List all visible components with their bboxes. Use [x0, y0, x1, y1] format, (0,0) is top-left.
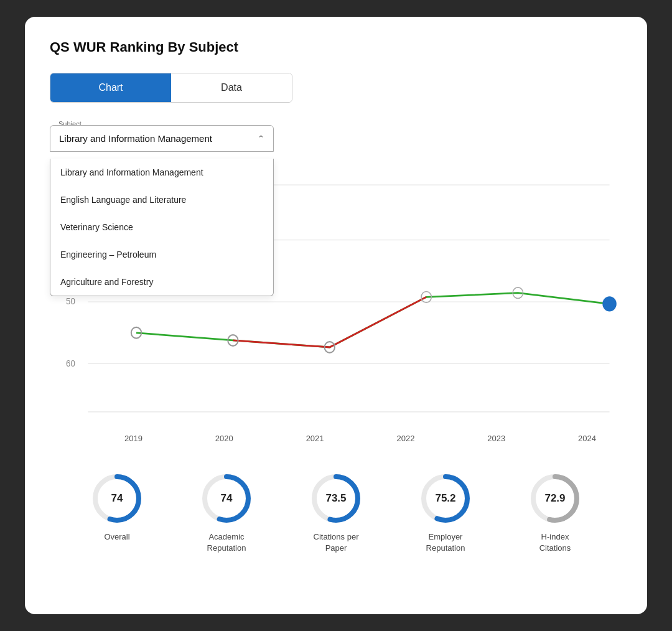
dropdown-list: Library and Information Management Engli…: [50, 159, 274, 296]
metric-hindex: 72.9 H-indexCitations: [527, 470, 583, 554]
metric-employer-label: EmployerReputation: [426, 531, 465, 554]
tab-data[interactable]: Data: [171, 73, 292, 102]
metrics-row: 74 Overall 74 AcademicReputation: [50, 470, 622, 554]
x-label-2024: 2024: [578, 434, 596, 443]
x-label-2021: 2021: [306, 434, 324, 443]
metric-citations: 73.5 Citations perPaper: [308, 470, 364, 554]
chevron-up-icon: ⌃: [258, 134, 264, 143]
metric-citations-value: 73.5: [325, 492, 346, 505]
metric-employer-value: 75.2: [435, 492, 455, 505]
metric-academic: 74 AcademicReputation: [198, 470, 254, 554]
donut-citations: 73.5: [308, 470, 364, 526]
x-label-2023: 2023: [487, 434, 505, 443]
page-title: QS WUR Ranking By Subject: [50, 39, 622, 55]
metric-overall-label: Overall: [104, 531, 129, 543]
subject-select-box[interactable]: Library and Information Management ⌃: [50, 125, 274, 152]
metric-hindex-label: H-indexCitations: [539, 531, 571, 554]
donut-hindex: 72.9: [527, 470, 583, 526]
tab-chart[interactable]: Chart: [50, 73, 171, 102]
svg-point-14: [603, 297, 615, 311]
svg-text:50: 50: [66, 296, 75, 307]
main-card: QS WUR Ranking By Subject Chart Data Sub…: [25, 17, 647, 614]
svg-text:60: 60: [66, 358, 75, 368]
donut-employer: 75.2: [418, 470, 474, 526]
dropdown-item-0[interactable]: Library and Information Management: [50, 159, 273, 186]
donut-overall: 74: [89, 470, 145, 526]
metric-overall-value: 74: [111, 492, 123, 505]
metric-academic-value: 74: [221, 492, 233, 505]
x-label-2022: 2022: [396, 434, 414, 443]
x-label-2019: 2019: [124, 434, 142, 443]
dropdown-item-1[interactable]: English Language and Literature: [50, 186, 273, 213]
dropdown-item-2[interactable]: Veterinary Science: [50, 213, 273, 241]
tab-group: Chart Data: [50, 73, 292, 103]
metric-overall: 74 Overall: [89, 470, 145, 543]
subject-dropdown-container: Subject Library and Information Manageme…: [50, 125, 274, 152]
metric-hindex-value: 72.9: [544, 492, 565, 505]
donut-academic: 74: [198, 470, 254, 526]
metric-citations-label: Citations perPaper: [314, 531, 359, 554]
dropdown-item-4[interactable]: Agriculture and Forestry: [50, 268, 273, 296]
metric-academic-label: AcademicReputation: [207, 531, 246, 554]
subject-selected-value: Library and Information Management: [59, 133, 212, 144]
x-label-2020: 2020: [215, 434, 233, 443]
dropdown-item-3[interactable]: Engineering – Petroleum: [50, 241, 273, 268]
metric-employer: 75.2 EmployerReputation: [418, 470, 474, 554]
